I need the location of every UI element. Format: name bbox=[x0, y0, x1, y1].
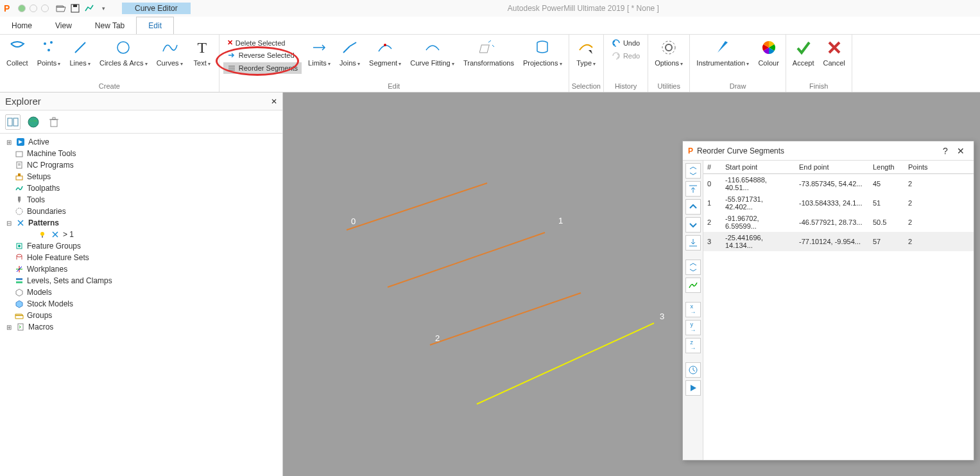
chart-icon[interactable] bbox=[83, 3, 95, 14]
joins-button[interactable]: Joins bbox=[336, 36, 364, 69]
tree-item[interactable]: Workplanes bbox=[3, 263, 280, 275]
open-icon[interactable] bbox=[55, 3, 67, 14]
svg-point-4 bbox=[47, 49, 50, 51]
table-cell: -91.96702, 6.59599... bbox=[721, 213, 795, 232]
models-icon bbox=[14, 287, 24, 297]
curves-button[interactable]: Curves bbox=[153, 36, 187, 69]
viewport[interactable]: 0 1 2 3 P Reorder Curve Segments ? ✕ bbox=[283, 93, 980, 476]
tool-z-icon[interactable]: z→ bbox=[685, 338, 701, 353]
tree-item[interactable]: ⊞Macros bbox=[3, 321, 280, 333]
table-cell: 51 bbox=[869, 193, 904, 213]
lines-button[interactable]: Lines bbox=[65, 36, 94, 69]
delete-selected-button[interactable]: ✕Delete Selected bbox=[223, 37, 302, 48]
table-row[interactable]: 3-25.441696, 14.134...-77.10124, -9.954.… bbox=[703, 232, 974, 251]
tree-item[interactable]: Hole Feature Sets bbox=[3, 252, 280, 263]
tool-bottom-icon[interactable] bbox=[685, 235, 701, 251]
tab-view[interactable]: View bbox=[44, 17, 83, 34]
curve-1[interactable] bbox=[388, 233, 545, 287]
points-button[interactable]: Points bbox=[33, 36, 65, 69]
app-icon: P bbox=[4, 3, 14, 13]
tool-reverse-icon[interactable] bbox=[685, 260, 701, 275]
column-header[interactable]: # bbox=[703, 161, 721, 174]
column-header[interactable]: Points bbox=[904, 161, 974, 174]
tree-item[interactable]: ⊟Patterns bbox=[3, 217, 280, 229]
type-button[interactable]: Type bbox=[572, 36, 600, 69]
tree-item[interactable]: Boundaries bbox=[3, 206, 280, 217]
tool-top-icon[interactable] bbox=[685, 181, 701, 197]
tree-item[interactable]: ⊞Active bbox=[3, 136, 280, 148]
undo-button[interactable]: Undo bbox=[608, 37, 644, 49]
tree-item[interactable]: Levels, Sets and Clamps bbox=[3, 275, 280, 286]
tool-play-icon[interactable] bbox=[685, 380, 701, 396]
tool-x-icon[interactable]: x→ bbox=[685, 302, 701, 317]
accept-button[interactable]: Accept bbox=[789, 36, 818, 68]
tab-home[interactable]: Home bbox=[0, 17, 44, 34]
expander-icon[interactable]: ⊞ bbox=[5, 139, 13, 146]
tool-swap-icon[interactable] bbox=[685, 163, 701, 179]
segment-button[interactable]: Segment bbox=[365, 36, 405, 69]
transformations-button[interactable]: Transformations bbox=[460, 36, 518, 68]
tree-item[interactable]: NC Programs bbox=[3, 159, 280, 171]
globe-icon[interactable] bbox=[26, 114, 41, 130]
curve-0[interactable] bbox=[347, 183, 487, 230]
help-icon[interactable]: ? bbox=[938, 146, 953, 156]
collect-button[interactable]: Collect bbox=[3, 36, 32, 68]
tree-item[interactable]: Setups bbox=[3, 171, 280, 182]
trash-icon[interactable] bbox=[46, 114, 62, 130]
column-header[interactable]: End point bbox=[795, 161, 869, 174]
curve-2[interactable] bbox=[430, 293, 581, 345]
tree-item[interactable]: Toolpaths bbox=[3, 182, 280, 194]
table-cell: 45 bbox=[869, 174, 904, 194]
tab-new[interactable]: New Tab bbox=[83, 17, 136, 34]
circle-icon bbox=[113, 37, 133, 58]
panels-icon[interactable] bbox=[5, 114, 21, 130]
levels-icon bbox=[14, 276, 24, 286]
tool-y-icon[interactable]: y→ bbox=[685, 320, 701, 335]
tool-up-icon[interactable] bbox=[685, 199, 701, 215]
reverse-selected-button[interactable]: Reverse Selected bbox=[223, 49, 302, 61]
instrumentation-button[interactable]: Instrumentation bbox=[692, 36, 753, 69]
expander-icon[interactable]: ⊞ bbox=[5, 324, 13, 331]
close-icon[interactable]: ✕ bbox=[953, 146, 968, 156]
tree-item[interactable]: Machine Tools bbox=[3, 148, 280, 159]
text-icon: T bbox=[192, 37, 212, 58]
tree-item[interactable]: Stock Models bbox=[3, 298, 280, 310]
tree-item[interactable]: Groups bbox=[3, 310, 280, 321]
column-header[interactable]: Length bbox=[869, 161, 904, 174]
save-icon[interactable] bbox=[69, 3, 81, 14]
undo-icon bbox=[612, 39, 621, 48]
colour-button[interactable]: Colour bbox=[754, 36, 782, 68]
curve-fitting-button[interactable]: Curve Fitting bbox=[406, 36, 458, 69]
tree-label: Active bbox=[28, 137, 49, 146]
table-row[interactable]: 1-55.971731, 42.402...-103.584333, 24.1.… bbox=[703, 193, 974, 213]
projections-button[interactable]: Projections bbox=[519, 36, 566, 69]
text-button[interactable]: TText bbox=[188, 36, 216, 69]
dialog-header[interactable]: P Reorder Curve Segments ? ✕ bbox=[683, 141, 974, 161]
redo-button[interactable]: Redo bbox=[608, 50, 644, 62]
dot[interactable] bbox=[18, 4, 26, 12]
reorder-segments-button[interactable]: Reorder Segments bbox=[223, 62, 302, 74]
table-row[interactable]: 0-116.654888, 40.51...-73.857345, 54.42.… bbox=[703, 174, 974, 194]
points-icon bbox=[39, 37, 59, 58]
tool-auto-icon[interactable] bbox=[685, 278, 701, 293]
limits-button[interactable]: Limits bbox=[304, 36, 334, 69]
dot[interactable] bbox=[41, 4, 49, 12]
dropdown-icon[interactable]: ▾ bbox=[98, 3, 109, 14]
tab-edit[interactable]: Edit bbox=[136, 17, 174, 34]
options-button[interactable]: Options bbox=[651, 36, 687, 69]
tool-time-icon[interactable] bbox=[685, 362, 701, 378]
curve-3[interactable] bbox=[477, 323, 654, 404]
close-icon[interactable]: ✕ bbox=[271, 97, 277, 106]
column-header[interactable]: Start point bbox=[721, 161, 795, 174]
tree-item[interactable]: > 1 bbox=[3, 229, 280, 240]
expander-icon[interactable]: ⊟ bbox=[5, 220, 13, 227]
tree-item[interactable]: Models bbox=[3, 286, 280, 298]
tree-item[interactable]: Tools bbox=[3, 194, 280, 206]
tool-down-icon[interactable] bbox=[685, 217, 701, 233]
svg-rect-18 bbox=[13, 118, 18, 126]
cancel-button[interactable]: Cancel bbox=[819, 36, 848, 68]
dot[interactable] bbox=[30, 4, 37, 12]
circles-arcs-button[interactable]: Circles & Arcs bbox=[96, 36, 151, 69]
table-row[interactable]: 2-91.96702, 6.59599...-46.577921, 28.73.… bbox=[703, 213, 974, 232]
tree-item[interactable]: Feature Groups bbox=[3, 240, 280, 252]
